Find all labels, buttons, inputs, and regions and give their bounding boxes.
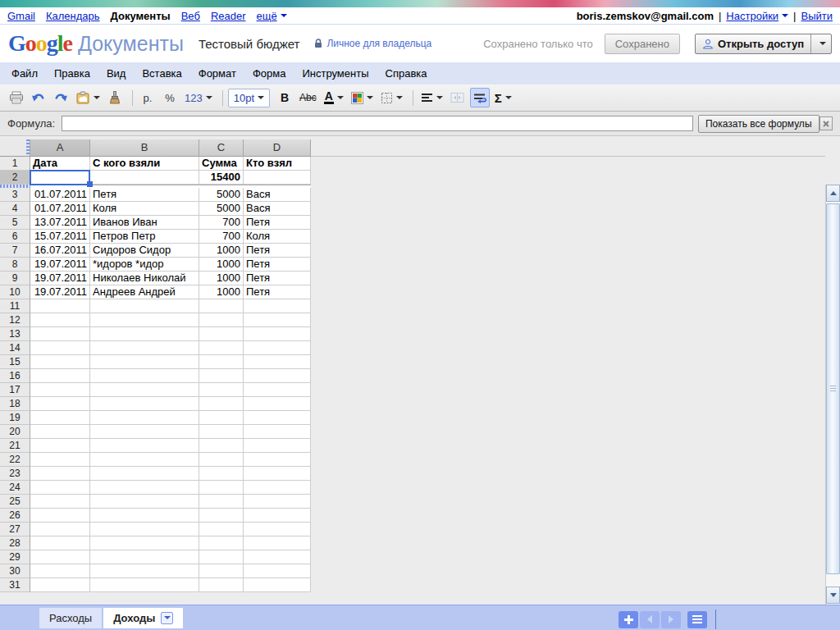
signout-link[interactable]: Выйти (801, 10, 833, 22)
column-header-C[interactable]: C (199, 139, 244, 157)
cell-A17[interactable] (30, 383, 90, 397)
cell-D27[interactable] (244, 523, 311, 536)
cell-A6[interactable]: 15.07.2011 (30, 230, 90, 244)
cell-A18[interactable] (30, 397, 90, 411)
cell-C26[interactable] (199, 509, 244, 523)
row-header-3[interactable]: 3 (0, 188, 30, 202)
scroll-up-button[interactable] (826, 185, 840, 202)
cell-B20[interactable] (90, 425, 199, 439)
cell-B31[interactable] (90, 578, 199, 592)
menu-item-7[interactable]: Справка (377, 63, 436, 84)
cell-D22[interactable] (244, 453, 311, 467)
cell-C28[interactable] (199, 536, 244, 550)
cell-C1[interactable]: Сумма (199, 157, 244, 171)
cell-A7[interactable]: 16.07.2011 (30, 244, 90, 258)
cell-C11[interactable] (199, 299, 244, 313)
cell-D25[interactable] (244, 495, 311, 509)
cell-B25[interactable] (90, 495, 199, 509)
row-header-5[interactable]: 5 (0, 216, 30, 230)
row-header-29[interactable]: 29 (0, 550, 30, 564)
row-header-25[interactable]: 25 (0, 495, 30, 509)
cell-D4[interactable]: Вася (244, 202, 311, 216)
row-header-4[interactable]: 4 (0, 202, 30, 216)
document-title[interactable]: Тестовый бюджет (199, 37, 300, 51)
cell-A19[interactable] (30, 411, 90, 425)
font-size-select[interactable]: 10pt (228, 89, 270, 107)
cell-C30[interactable] (199, 564, 244, 578)
cell-C5[interactable]: 700 (199, 216, 244, 230)
cell-D30[interactable] (244, 564, 311, 578)
column-header-B[interactable]: B (90, 139, 199, 157)
cell-C10[interactable]: 1000 (199, 285, 244, 299)
show-all-formulas-button[interactable]: Показать все формулы (698, 115, 819, 133)
saved-button[interactable]: Сохранено (605, 34, 680, 54)
cell-D17[interactable] (244, 383, 311, 397)
cell-A12[interactable] (30, 313, 90, 327)
top-link-0[interactable]: Gmail (7, 10, 35, 22)
cell-D12[interactable] (244, 313, 311, 327)
cell-A13[interactable] (30, 327, 90, 341)
cell-C3[interactable]: 5000 (199, 188, 244, 202)
undo-button[interactable] (29, 88, 48, 107)
row-header-23[interactable]: 23 (0, 467, 30, 481)
cell-A14[interactable] (30, 341, 90, 355)
cell-A10[interactable]: 19.07.2011 (30, 285, 90, 299)
cell-B7[interactable]: Сидоров Сидор (90, 244, 199, 258)
prev-sheet-button[interactable] (640, 611, 660, 628)
row-header-11[interactable]: 11 (0, 299, 30, 313)
cell-B23[interactable] (90, 467, 199, 481)
menu-item-5[interactable]: Форма (244, 63, 294, 84)
cell-D6[interactable]: Коля (244, 230, 311, 244)
cell-A5[interactable]: 13.07.2011 (30, 216, 90, 230)
cell-D10[interactable]: Петя (244, 285, 311, 299)
cell-C13[interactable] (199, 327, 244, 341)
row-header-24[interactable]: 24 (0, 481, 30, 495)
cell-A4[interactable]: 01.07.2011 (30, 202, 90, 216)
cell-A25[interactable] (30, 495, 90, 509)
cell-B16[interactable] (90, 369, 199, 383)
cell-C14[interactable] (199, 341, 244, 355)
cell-A20[interactable] (30, 425, 90, 439)
column-header-D[interactable]: D (244, 139, 311, 157)
cell-B5[interactable]: Иванов Иван (90, 216, 199, 230)
cell-D28[interactable] (244, 536, 311, 550)
merge-cells-button[interactable] (448, 88, 468, 107)
next-sheet-button[interactable] (661, 611, 681, 628)
cell-B14[interactable] (90, 341, 199, 355)
cell-B6[interactable]: Петров Петр (90, 230, 199, 244)
cell-D15[interactable] (244, 355, 311, 369)
redo-button[interactable] (51, 88, 71, 107)
wrap-text-button[interactable] (470, 88, 490, 107)
row-header-12[interactable]: 12 (0, 313, 30, 327)
sheet-tab-menu-button[interactable] (161, 612, 173, 624)
menu-item-4[interactable]: Формат (190, 63, 244, 84)
row-header-14[interactable]: 14 (0, 341, 30, 355)
add-sheet-button[interactable] (619, 611, 638, 628)
all-sheets-button[interactable] (687, 611, 707, 628)
paint-format-button[interactable] (105, 88, 125, 107)
cell-C6[interactable]: 700 (199, 230, 244, 244)
cell-D16[interactable] (244, 369, 311, 383)
cell-A29[interactable] (30, 550, 90, 564)
row-header-20[interactable]: 20 (0, 425, 30, 439)
cell-C25[interactable] (199, 495, 244, 509)
cell-A24[interactable] (30, 481, 90, 495)
cell-B11[interactable] (90, 299, 199, 313)
borders-button[interactable] (378, 88, 405, 107)
menu-item-1[interactable]: Правка (46, 63, 98, 84)
row-header-28[interactable]: 28 (0, 536, 30, 550)
text-color-button[interactable]: A (322, 88, 346, 107)
cell-C17[interactable] (199, 383, 244, 397)
web-clipboard-button[interactable] (73, 88, 103, 107)
cell-B28[interactable] (90, 536, 199, 550)
cell-A2[interactable] (30, 171, 90, 185)
cell-B9[interactable]: Николаев Николай (90, 272, 199, 285)
top-link-3[interactable]: Веб (181, 10, 200, 22)
menu-item-6[interactable]: Инструменты (294, 63, 377, 84)
cell-D31[interactable] (244, 578, 311, 592)
cell-C31[interactable] (199, 578, 244, 592)
menu-item-3[interactable]: Вставка (134, 63, 189, 84)
cell-D3[interactable]: Вася (244, 188, 311, 202)
row-header-18[interactable]: 18 (0, 397, 30, 411)
cell-D21[interactable] (244, 439, 311, 453)
